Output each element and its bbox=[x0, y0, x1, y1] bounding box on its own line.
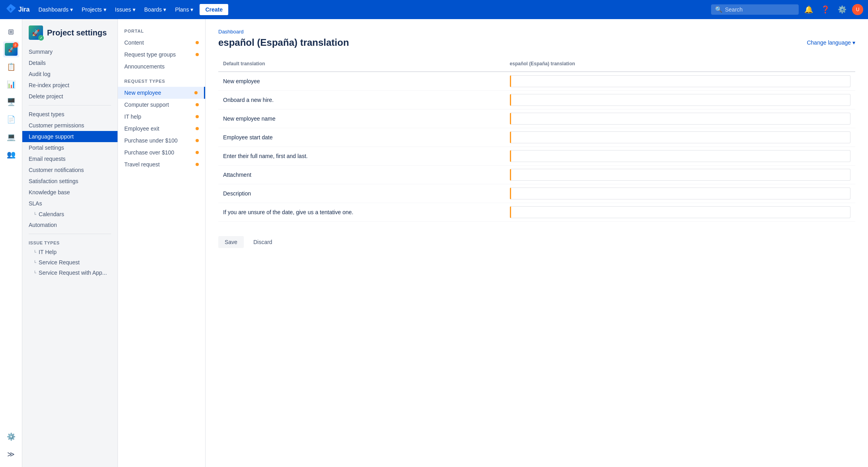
expand-icon-btn[interactable]: ≫ bbox=[3, 446, 19, 462]
notifications-button[interactable]: 🔔 bbox=[802, 4, 815, 16]
translation-input-4[interactable] bbox=[510, 150, 850, 162]
page-title-area: español (España) translation Change lang… bbox=[218, 37, 855, 48]
nav-issues[interactable]: Issues ▾ bbox=[111, 4, 139, 15]
sub-arrow-icon3: └ bbox=[33, 260, 36, 265]
sidebar-item-audit-log[interactable]: Audit log bbox=[22, 68, 118, 80]
default-text-7: If you are unsure of the date, give us a… bbox=[218, 203, 505, 222]
table-row: Employee start date bbox=[218, 128, 855, 147]
portal-sidebar: PORTAL Content Request type groups Annou… bbox=[118, 19, 206, 467]
user-avatar[interactable]: U bbox=[852, 4, 863, 15]
chevron-down-icon: ▾ bbox=[163, 6, 166, 13]
sidebar-item-automation[interactable]: Automation bbox=[22, 219, 118, 231]
sidebar-item-customer-permissions[interactable]: Customer permissions bbox=[22, 120, 118, 131]
chart-icon-btn[interactable]: 📊 bbox=[3, 76, 19, 92]
portal-dot bbox=[196, 127, 199, 130]
desktop-icon: 💻 bbox=[7, 133, 16, 141]
sidebar-item-knowledge-base[interactable]: Knowledge base bbox=[22, 187, 118, 198]
main-layout: 🚀 ✓ Project settings Summary Details Aud… bbox=[22, 19, 868, 467]
board-icon-btn[interactable]: 📋 bbox=[3, 59, 19, 75]
translation-cell-0 bbox=[505, 72, 855, 91]
gear-icon: ⚙️ bbox=[838, 5, 846, 14]
sidebar-item-reindex[interactable]: Re-index project bbox=[22, 80, 118, 91]
project-logo-icon: 🚀 bbox=[8, 47, 14, 53]
translation-cell-5 bbox=[505, 166, 855, 184]
table-row: New employee name bbox=[218, 109, 855, 128]
monitor-icon: 🖥️ bbox=[7, 98, 16, 106]
portal-nav-it-help[interactable]: IT help bbox=[118, 111, 205, 123]
col-translation-header: español (España) translation bbox=[505, 58, 855, 72]
portal-nav-computer-support[interactable]: Computer support bbox=[118, 99, 205, 111]
sidebar-item-slas[interactable]: SLAs bbox=[22, 198, 118, 209]
translation-input-7[interactable] bbox=[510, 206, 850, 218]
translation-input-3[interactable] bbox=[510, 131, 850, 143]
bottom-settings-icon-btn[interactable]: ⚙️ bbox=[3, 429, 19, 445]
portal-nav-purchase-under[interactable]: Purchase under $100 bbox=[118, 135, 205, 147]
translation-cell-7 bbox=[505, 203, 855, 222]
sidebar-item-calendars[interactable]: └ Calendars bbox=[22, 209, 118, 219]
col-default-header: Default translation bbox=[218, 58, 505, 72]
discard-button[interactable]: Discard bbox=[247, 236, 278, 248]
sidebar-item-email-requests[interactable]: Email requests bbox=[22, 153, 118, 164]
translation-input-2[interactable] bbox=[510, 113, 850, 125]
default-text-2: New employee name bbox=[218, 109, 505, 128]
sidebar-item-details[interactable]: Details bbox=[22, 57, 118, 68]
chevron-down-icon: ▾ bbox=[70, 6, 73, 13]
people-icon-btn[interactable]: 👥 bbox=[3, 147, 19, 162]
default-text-4: Enter their full name, first and last. bbox=[218, 147, 505, 166]
translation-input-1[interactable] bbox=[510, 94, 850, 106]
sidebar-item-language-support[interactable]: Language support bbox=[22, 131, 118, 142]
portal-nav-announcements[interactable]: Announcements bbox=[118, 61, 205, 72]
nav-plans[interactable]: Plans ▾ bbox=[171, 4, 197, 15]
portal-dot bbox=[196, 53, 199, 56]
page-icon: 📄 bbox=[7, 115, 16, 124]
sidebar-item-satisfaction[interactable]: Satisfaction settings bbox=[22, 176, 118, 187]
default-text-1: Onboard a new hire. bbox=[218, 91, 505, 109]
desktop-icon-btn[interactable]: 💻 bbox=[3, 129, 19, 145]
portal-dot bbox=[196, 163, 199, 166]
create-button[interactable]: Create bbox=[200, 4, 228, 15]
content-area: PORTAL Content Request type groups Annou… bbox=[118, 19, 868, 467]
request-types-section-label: REQUEST TYPES bbox=[118, 79, 205, 87]
apps-icon-btn[interactable]: ⊞ bbox=[3, 24, 19, 40]
page-icon-btn[interactable]: 📄 bbox=[3, 111, 19, 127]
sidebar-item-it-help[interactable]: └ IT Help bbox=[22, 247, 118, 257]
portal-nav-content[interactable]: Content bbox=[118, 37, 205, 49]
portal-nav-travel[interactable]: Travel request bbox=[118, 158, 205, 170]
help-button[interactable]: ❓ bbox=[819, 4, 832, 16]
sub-arrow-icon4: └ bbox=[33, 271, 36, 275]
project-icon-btn[interactable]: 🚀 2 bbox=[3, 41, 19, 57]
expand-icon: ≫ bbox=[7, 450, 15, 459]
translation-input-6[interactable] bbox=[510, 188, 850, 199]
separator1 bbox=[29, 105, 111, 106]
save-button[interactable]: Save bbox=[218, 236, 244, 248]
table-row: New employee bbox=[218, 72, 855, 91]
nav-dashboards[interactable]: Dashboards ▾ bbox=[34, 4, 77, 15]
nav-boards[interactable]: Boards ▾ bbox=[140, 4, 170, 15]
portal-dot bbox=[196, 139, 199, 142]
portal-nav-purchase-over[interactable]: Purchase over $100 bbox=[118, 147, 205, 158]
sidebar-item-request-types[interactable]: Request types bbox=[22, 109, 118, 120]
app-logo[interactable]: Jira bbox=[5, 4, 29, 15]
sidebar-item-service-request[interactable]: └ Service Request bbox=[22, 257, 118, 268]
portal-nav-employee-exit[interactable]: Employee exit bbox=[118, 123, 205, 135]
sidebar-item-summary[interactable]: Summary bbox=[22, 46, 118, 57]
search-box[interactable]: 🔍 bbox=[711, 4, 799, 15]
sidebar-item-portal-settings[interactable]: Portal settings bbox=[22, 142, 118, 153]
sub-arrow-icon: └ bbox=[33, 212, 36, 217]
default-text-3: Employee start date bbox=[218, 128, 505, 147]
people-icon: 👥 bbox=[7, 150, 16, 159]
monitor-icon-btn[interactable]: 🖥️ bbox=[3, 94, 19, 110]
translation-input-5[interactable] bbox=[510, 169, 850, 181]
settings-button[interactable]: ⚙️ bbox=[835, 4, 849, 16]
portal-nav-new-employee[interactable]: New employee bbox=[118, 87, 205, 99]
search-input[interactable] bbox=[725, 6, 795, 13]
sidebar-item-service-request-app[interactable]: └ Service Request with App... bbox=[22, 268, 118, 278]
breadcrumb[interactable]: Dashboard bbox=[218, 29, 855, 35]
translation-input-0[interactable] bbox=[510, 75, 850, 87]
portal-nav-request-groups[interactable]: Request type groups bbox=[118, 49, 205, 61]
sidebar-item-customer-notifications[interactable]: Customer notifications bbox=[22, 164, 118, 176]
change-language-button[interactable]: Change language ▾ bbox=[807, 39, 855, 46]
board-icon: 📋 bbox=[7, 63, 16, 71]
sidebar-item-delete[interactable]: Delete project bbox=[22, 91, 118, 102]
nav-projects[interactable]: Projects ▾ bbox=[78, 4, 110, 15]
